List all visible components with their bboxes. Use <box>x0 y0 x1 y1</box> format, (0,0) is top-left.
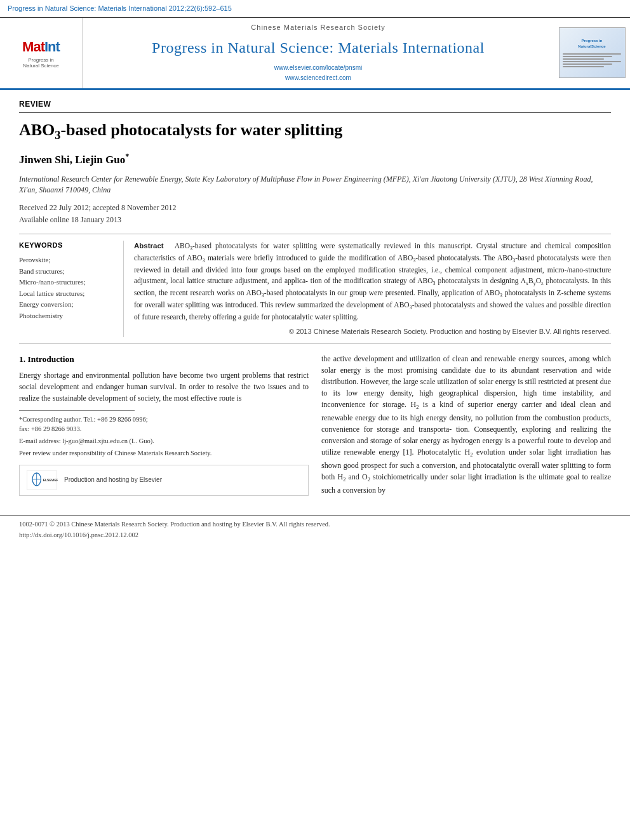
affiliation: International Research Center for Renewa… <box>19 174 611 196</box>
authors: Jinwen Shi, Liejin Guo* <box>19 151 611 168</box>
footnote-email: E-mail address: lj-guo@mail.xjtu.edu.cn … <box>19 436 309 446</box>
dates: Received 22 July 2012; accepted 8 Novemb… <box>19 202 611 226</box>
keywords-list: Perovskite; Band structures; Micro-/nano… <box>19 255 113 322</box>
bottom-bar: 1002-0071 © 2013 Chinese Materials Resea… <box>0 515 630 545</box>
keyword-6: Photochemistry <box>19 310 113 322</box>
logo-box: MatInt Progress inNatural Science <box>0 18 83 88</box>
keywords-header: KEYWORDS <box>19 241 113 251</box>
left-column: 1. Introduction Energy shortage and envi… <box>19 353 309 500</box>
journal-bar-text: Progress in Natural Science: Materials I… <box>8 4 232 12</box>
thumb-title: Progress inNaturalScience <box>577 37 607 50</box>
abstract-label: Abstract <box>134 242 164 250</box>
thumb-line <box>563 63 613 65</box>
bottom-bar-line1: 1002-0071 © 2013 Chinese Materials Resea… <box>19 519 611 530</box>
keyword-5: Energy conversion; <box>19 299 113 310</box>
footnote-corresponding: *Corresponding author. Tel.: +86 29 8266… <box>19 415 309 435</box>
elsevier-logo-icon: ELSEVIER <box>26 469 58 491</box>
two-column-body: 1. Introduction Energy shortage and envi… <box>19 353 611 500</box>
content-area: REVIEW ABO3-based photocatalysts for wat… <box>0 90 630 510</box>
keyword-3: Micro-/nano-structures; <box>19 277 113 288</box>
keyword-2: Band structures; <box>19 266 113 277</box>
journal-title: Progress in Natural Science: Materials I… <box>152 37 485 59</box>
abstract-column: Abstract ABO3-based photocatalysts for w… <box>124 241 611 337</box>
header-area: MatInt Progress inNatural Science Chines… <box>0 18 630 90</box>
keyword-1: Perovskite; <box>19 255 113 266</box>
intro-heading: 1. Introduction <box>19 353 309 366</box>
keyword-4: Local lattice structures; <box>19 288 113 300</box>
logo-subtext: Progress inNatural Science <box>22 57 60 69</box>
bottom-bar-line2: http://dx.doi.org/10.1016/j.pnsc.2012.12… <box>19 530 611 541</box>
header-links: www.elsevier.com/locate/pnsmi www.scienc… <box>274 63 362 83</box>
logo-text: MatInt <box>22 37 60 57</box>
thumb-line <box>563 66 604 67</box>
title-abo: ABO <box>19 121 55 139</box>
intro-para1: Energy shortage and environmental pollut… <box>19 370 309 404</box>
page: Progress in Natural Science: Materials I… <box>0 0 630 840</box>
right-column: the active development and utilization o… <box>321 353 611 500</box>
article-title: ABO3-based photocatalysts for water spli… <box>19 119 611 143</box>
thumb-line <box>563 61 622 62</box>
journal-thumbnail: Progress inNaturalScience <box>554 18 630 88</box>
title-rest: -based photocatalysts for water splittin… <box>60 121 342 139</box>
copyright-text: © 2013 Chinese Materials Research Societ… <box>134 327 611 337</box>
matint-logo: MatInt Progress inNatural Science <box>22 37 60 69</box>
footnote-peer-review: Peer review under responsibility of Chin… <box>19 448 309 458</box>
elsevier-box: ELSEVIER Production and hosting by Elsev… <box>19 465 309 496</box>
abstract-text: Abstract ABO3-based photocatalysts for w… <box>134 241 611 322</box>
author-asterisk: * <box>125 152 129 161</box>
available-date: Available online 18 January 2013 <box>19 214 611 226</box>
thumb-line <box>563 56 613 57</box>
thumb-line <box>563 53 622 55</box>
intro-para-right: the active development and utilization o… <box>321 353 611 496</box>
author-names: Jinwen Shi, Liejin Guo <box>19 153 125 165</box>
keywords-column: KEYWORDS Perovskite; Band structures; Mi… <box>19 241 124 337</box>
elsevier-text: Production and hosting by Elsevier <box>64 476 162 485</box>
link-sciencedirect[interactable]: www.sciencedirect.com <box>274 73 362 83</box>
header-title-box: Chinese Materials Research Society Progr… <box>83 18 554 88</box>
thumb-image: Progress inNaturalScience <box>559 27 626 78</box>
thumb-line <box>563 58 604 60</box>
thumb-lines <box>563 52 622 69</box>
review-label: REVIEW <box>19 99 611 113</box>
svg-text:ELSEVIER: ELSEVIER <box>43 478 58 482</box>
journal-bar: Progress in Natural Science: Materials I… <box>0 0 630 18</box>
society-name: Chinese Materials Research Society <box>251 23 385 33</box>
footnote-divider <box>19 410 135 411</box>
link-elsevier[interactable]: www.elsevier.com/locate/pnsmi <box>274 63 362 73</box>
keywords-abstract-section: KEYWORDS Perovskite; Band structures; Mi… <box>19 234 611 344</box>
received-date: Received 22 July 2012; accepted 8 Novemb… <box>19 202 611 214</box>
